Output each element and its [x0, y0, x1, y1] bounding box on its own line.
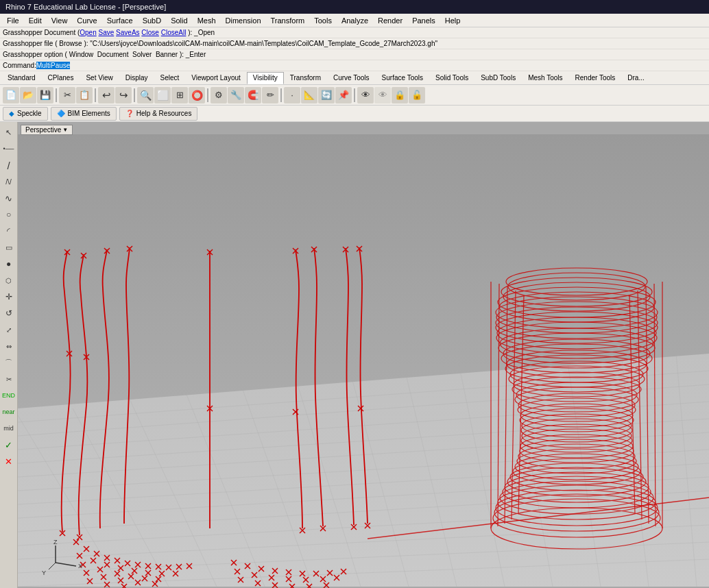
- menu-tools[interactable]: Tools: [310, 16, 336, 25]
- icon-pin[interactable]: 📌: [335, 87, 352, 103]
- menu-analyze[interactable]: Analyze: [337, 16, 372, 25]
- cmd-open[interactable]: Open: [80, 29, 96, 36]
- icon-measure[interactable]: 📐: [301, 87, 317, 103]
- icon-box[interactable]: ⬜: [154, 87, 171, 103]
- icon-redo[interactable]: ↪: [115, 87, 132, 103]
- sidebar-rotate[interactable]: ↺: [1, 306, 16, 321]
- svg-text:X: X: [78, 563, 82, 569]
- sidebar-line[interactable]: /: [1, 158, 16, 173]
- icon-undo[interactable]: ↩: [98, 87, 115, 103]
- tab-select[interactable]: Select: [154, 72, 186, 84]
- tab-display[interactable]: Display: [119, 72, 154, 84]
- sidebar-trim[interactable]: ✂: [1, 371, 16, 387]
- menu-view[interactable]: View: [47, 16, 72, 25]
- main-area: ↖ •── / /\/ ∿ ○ ◜ ▭ ● ⬡ ✛ ↺ ⤢ ⇔ ⌒ ✂ END …: [0, 122, 709, 588]
- menu-subd[interactable]: SubD: [139, 16, 166, 25]
- tab-surface-tools[interactable]: Surface Tools: [376, 72, 429, 84]
- addon-bar: ◆ Speckle 🔷 BIM Elements ❓ Help & Resour…: [0, 106, 709, 122]
- menu-panels[interactable]: Panels: [408, 16, 440, 25]
- tab-curve-tools[interactable]: Curve Tools: [327, 72, 376, 84]
- title-bar: Rhino 7 Educational Lab License - [Persp…: [0, 0, 709, 14]
- sidebar-arc[interactable]: ◜: [1, 223, 16, 238]
- menu-mesh[interactable]: Mesh: [193, 16, 220, 25]
- tab-visibility[interactable]: Visibility: [247, 72, 284, 84]
- icon-new[interactable]: 📄: [3, 87, 19, 103]
- speckle-label: Speckle: [17, 110, 42, 117]
- command-line-2: Grasshopper file ( Browse ): "C:\Users\j…: [0, 38, 709, 49]
- menu-surface[interactable]: Surface: [103, 16, 137, 25]
- left-sidebar: ↖ •── / /\/ ∿ ○ ◜ ▭ ● ⬡ ✛ ↺ ⤢ ⇔ ⌒ ✂ END …: [0, 122, 18, 588]
- sidebar-scale[interactable]: ⤢: [1, 322, 16, 337]
- menu-solid[interactable]: Solid: [167, 16, 191, 25]
- sidebar-select[interactable]: ↖: [1, 125, 16, 140]
- icon-open[interactable]: 📂: [20, 87, 36, 103]
- icon-unlock[interactable]: 🔓: [409, 87, 425, 103]
- icon-wrench[interactable]: 🔧: [228, 87, 244, 103]
- viewport-dropdown-icon[interactable]: ▼: [62, 127, 68, 133]
- help-resources-button[interactable]: ❓ Help & Resources: [119, 107, 198, 121]
- tab-set-view[interactable]: Set View: [80, 72, 119, 84]
- icon-grid[interactable]: ⊞: [171, 87, 188, 103]
- sidebar-snap-near[interactable]: near: [1, 404, 16, 419]
- sidebar-mirror[interactable]: ⇔: [1, 339, 16, 354]
- viewport[interactable]: Perspective ▼: [18, 122, 709, 588]
- sidebar-extrude[interactable]: ⬡: [1, 273, 16, 288]
- sidebar-circle[interactable]: ○: [1, 207, 16, 222]
- sidebar-checkmark[interactable]: ✓: [1, 437, 16, 452]
- viewport-label[interactable]: Perspective ▼: [21, 125, 73, 135]
- tab-viewport-layout[interactable]: Viewport Layout: [185, 72, 247, 84]
- menu-file[interactable]: File: [3, 16, 23, 25]
- title-text: Rhino 7 Educational Lab License - [Persp…: [5, 3, 166, 11]
- icon-snap[interactable]: 🧲: [245, 87, 261, 103]
- tab-subd-tools[interactable]: SubD Tools: [474, 72, 522, 84]
- cmd-save[interactable]: Save: [99, 29, 115, 36]
- sidebar-point[interactable]: •──: [1, 141, 16, 156]
- sidebar-sphere[interactable]: ●: [1, 256, 16, 271]
- cmd-saveas[interactable]: SaveAs: [116, 29, 139, 36]
- menu-edit[interactable]: Edit: [25, 16, 46, 25]
- sep1: [56, 88, 57, 102]
- speckle-button[interactable]: ◆ Speckle: [3, 107, 48, 121]
- icon-zoom[interactable]: 🔍: [137, 87, 154, 103]
- sidebar-curve[interactable]: ∿: [1, 191, 16, 206]
- icon-rotate[interactable]: 🔄: [318, 87, 335, 103]
- menu-curve[interactable]: Curve: [73, 16, 101, 25]
- tab-transform[interactable]: Transform: [284, 72, 327, 84]
- icon-save[interactable]: 💾: [37, 87, 53, 103]
- menu-render[interactable]: Render: [374, 16, 407, 25]
- cmd-close[interactable]: Close: [141, 29, 159, 36]
- tab-render-tools[interactable]: Render Tools: [569, 72, 622, 84]
- sidebar-fillet[interactable]: ⌒: [1, 355, 16, 370]
- icon-circle[interactable]: ⭕: [189, 87, 205, 103]
- icon-lock[interactable]: 🔒: [392, 87, 408, 103]
- viewport-svg: X Z Y: [18, 122, 709, 588]
- help-icon: ❓: [125, 110, 134, 117]
- icon-settings[interactable]: ⚙: [211, 87, 227, 103]
- tab-dra[interactable]: Dra...: [621, 72, 650, 84]
- sidebar-move[interactable]: ✛: [1, 289, 16, 304]
- sidebar-snap-mid[interactable]: mid: [1, 421, 16, 436]
- icon-cut[interactable]: ✂: [59, 87, 75, 103]
- sidebar-polyline[interactable]: /\/: [1, 174, 16, 189]
- cmd-closeall[interactable]: CloseAll: [161, 29, 187, 36]
- icon-point[interactable]: ·: [284, 87, 300, 103]
- tab-cplanes[interactable]: CPlanes: [42, 72, 80, 84]
- tab-standard[interactable]: Standard: [1, 72, 42, 84]
- menu-help[interactable]: Help: [441, 16, 465, 25]
- sidebar-snap-end[interactable]: END: [1, 388, 16, 403]
- bim-elements-button[interactable]: 🔷 BIM Elements: [51, 107, 117, 121]
- sidebar-box[interactable]: ▭: [1, 240, 16, 255]
- menu-dimension[interactable]: Dimension: [221, 16, 265, 25]
- sidebar-cancel[interactable]: ✕: [1, 454, 16, 469]
- tab-solid-tools[interactable]: Solid Tools: [429, 72, 474, 84]
- command-line-1: Grasshopper Document ( Open Save SaveAs …: [0, 27, 709, 38]
- current-command: MultiPause: [36, 62, 70, 69]
- menu-transform[interactable]: Transform: [267, 16, 309, 25]
- icon-copy[interactable]: 📋: [76, 87, 93, 103]
- icon-eye-show[interactable]: 👁: [357, 87, 374, 103]
- sep3: [134, 88, 135, 102]
- icon-pencil[interactable]: ✏: [262, 87, 278, 103]
- menu-bar: File Edit View Curve Surface SubD Solid …: [0, 14, 709, 27]
- tab-mesh-tools[interactable]: Mesh Tools: [522, 72, 568, 84]
- icon-eye-hide[interactable]: 👁: [374, 87, 391, 103]
